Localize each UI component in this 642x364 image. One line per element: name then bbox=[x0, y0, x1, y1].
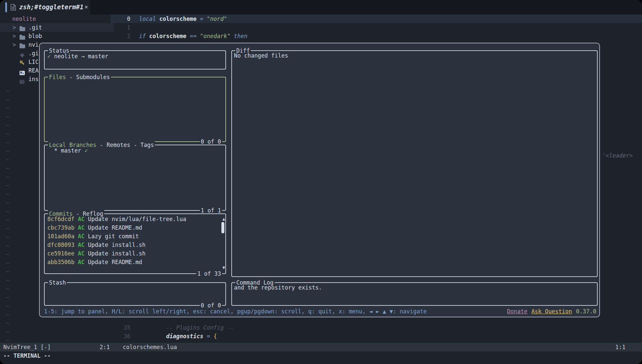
close-icon[interactable]: × bbox=[84, 3, 88, 11]
panel-status[interactable]: Status ✓ neolite → master bbox=[44, 50, 226, 69]
commit-row[interactable]: 101ad60a AC Lazy git commit bbox=[45, 232, 219, 241]
statusline-tree-ruler: 2:1 bbox=[100, 343, 110, 351]
tree-item-label: .gi bbox=[28, 49, 39, 58]
statusline-buffer-name: NvimTree_1 [-] bbox=[3, 343, 51, 351]
commit-row[interactable]: dfc08093 AC Update install.sh bbox=[45, 241, 219, 249]
ask-question-link[interactable]: Ask Question bbox=[531, 308, 572, 315]
tree-item-label: ins bbox=[28, 75, 39, 83]
tilde-filler: ~ bbox=[6, 224, 9, 233]
script-icon: >_ bbox=[20, 76, 25, 82]
scrollbar-thumb[interactable] bbox=[221, 222, 224, 233]
chevron-right-icon[interactable]: > bbox=[13, 23, 16, 32]
tilde-filler: ~ bbox=[6, 95, 9, 104]
tilde-filler: ~ bbox=[6, 259, 9, 267]
tilde-filler: ~ bbox=[6, 181, 9, 190]
tilde-filler: ~ bbox=[6, 104, 9, 113]
tilde-filler: ~ bbox=[6, 199, 9, 207]
key-icon bbox=[20, 59, 25, 65]
tree-item--git[interactable]: >.git bbox=[0, 23, 114, 32]
folder-icon bbox=[20, 42, 25, 47]
tilde-filler: ~ bbox=[6, 310, 9, 319]
tilde-filler: ~ bbox=[6, 173, 9, 181]
tilde-filler: ~ bbox=[6, 276, 9, 285]
branch-row-master[interactable]: * master ✓ bbox=[45, 146, 225, 155]
tree-item-label: LIC bbox=[28, 58, 39, 66]
chevron-right-icon[interactable]: > bbox=[13, 40, 16, 49]
line-number: 36 bbox=[111, 332, 130, 341]
tab-title: zsh;#toggleterm#1 bbox=[19, 3, 83, 11]
tilde-filler: ~ bbox=[6, 164, 9, 173]
tab-toggleterm[interactable]: zsh;#toggleterm#1 × bbox=[0, 0, 90, 15]
panel-commits-count: 1 of 33 bbox=[196, 269, 222, 278]
tilde-filler: ~ bbox=[6, 285, 9, 293]
tilde-filler: ~ bbox=[6, 138, 9, 147]
tilde-filler: ~ bbox=[6, 293, 9, 302]
gitignore-icon bbox=[20, 51, 25, 56]
keybind-bar: 1-5: jump to panel, H/L: scroll left/rig… bbox=[44, 307, 596, 316]
commit-row[interactable]: cbc739ab AC Update README.md bbox=[45, 223, 219, 232]
folder-icon bbox=[20, 25, 25, 30]
folder-icon bbox=[20, 33, 25, 39]
statusline: NvimTree_1 [-] 2:1 colorschemes.lua 1:1 bbox=[0, 343, 642, 351]
commits-scrollbar[interactable]: ▲ ▼ bbox=[220, 214, 225, 273]
scroll-down-icon[interactable]: ▼ bbox=[222, 263, 225, 272]
tilde-filler: ~ bbox=[6, 121, 9, 130]
status-branch-row[interactable]: ✓ neolite → master bbox=[45, 52, 225, 61]
tree-item-label: .git bbox=[28, 23, 42, 32]
tilde-filler: ~ bbox=[6, 113, 9, 121]
lazygit-version: 0.37.0 bbox=[576, 308, 596, 315]
tilde-filler: ~ bbox=[6, 87, 9, 95]
chevron-right-icon[interactable]: > bbox=[13, 32, 16, 40]
nvim-window: zsh;#toggleterm#1 × 0local colorscheme =… bbox=[0, 0, 642, 364]
tree-item-label: REA bbox=[28, 66, 39, 75]
tilde-filler: ~ bbox=[6, 267, 9, 276]
tilde-filler: ~ bbox=[6, 233, 9, 242]
panel-stash-title: Stash bbox=[48, 278, 67, 287]
panel-branches[interactable]: Local Branches - Remotes - Tags * master… bbox=[44, 145, 226, 211]
command-log-content: and the repository exists. bbox=[232, 283, 597, 292]
tilde-filler: ~ bbox=[6, 242, 9, 250]
commit-row[interactable]: abb3506b AC Update README.md bbox=[45, 258, 219, 266]
tilde-filler: ~ bbox=[6, 207, 9, 216]
line-number: 35 bbox=[111, 323, 130, 332]
panel-command-log[interactable]: Command Log and the repository exists. bbox=[231, 282, 598, 306]
tree-item-label: nvi bbox=[28, 40, 39, 49]
pending-keys-indicator: '<leader> bbox=[602, 151, 633, 160]
statusline-filename: colorschemes.lua bbox=[123, 343, 177, 351]
tree-item-label: blob bbox=[28, 32, 42, 40]
tilde-filler: ~ bbox=[6, 216, 9, 224]
panel-stash[interactable]: Stash 0 of 0 bbox=[44, 282, 226, 306]
keybind-hints: 1-5: jump to panel, H/L: scroll left/rig… bbox=[44, 308, 427, 315]
tilde-filler: ~ bbox=[6, 130, 9, 138]
panel-diff[interactable]: Diff No changed files bbox=[231, 50, 598, 277]
tilde-filler: ~ bbox=[6, 147, 9, 156]
diff-content: No changed files bbox=[232, 51, 597, 60]
donate-link[interactable]: Donate bbox=[507, 308, 527, 315]
code-line-36[interactable]: 36 diagnostics = { bbox=[0, 332, 642, 341]
tilde-filler: ~ bbox=[6, 190, 9, 199]
panel-files-title: Files - Submodules bbox=[48, 73, 111, 81]
commit-row[interactable]: 8cf6dcdf AC Update nvim/lua/file-tree.lu… bbox=[45, 215, 219, 223]
panel-commits[interactable]: Commits - Reflog 8cf6dcdf AC Update nvim… bbox=[44, 213, 226, 274]
tabline: zsh;#toggleterm#1 × bbox=[0, 0, 642, 15]
tree-root-name: neolite bbox=[0, 15, 114, 23]
statusline-cursor-position: 1:1 bbox=[615, 343, 625, 351]
code-line-35[interactable]: 35 -- Plugins Config -- bbox=[0, 323, 642, 332]
tilde-filler: ~ bbox=[6, 156, 9, 164]
mode-indicator: -- TERMINAL -- bbox=[3, 351, 51, 360]
file-icon bbox=[11, 4, 16, 11]
tree-item-blob[interactable]: >blob bbox=[0, 32, 114, 40]
active-tab-indicator bbox=[5, 2, 7, 12]
commit-row[interactable]: ce5916ee AC Update install.sh bbox=[45, 249, 219, 258]
tilde-filler: ~ bbox=[6, 250, 9, 259]
markdown-icon: M↓ bbox=[20, 68, 25, 73]
tilde-filler: ~ bbox=[6, 302, 9, 310]
panel-files[interactable]: Files - Submodules 0 of 0 bbox=[44, 77, 226, 142]
lazygit-window: Status ✓ neolite → master Files - Submod… bbox=[39, 43, 600, 317]
